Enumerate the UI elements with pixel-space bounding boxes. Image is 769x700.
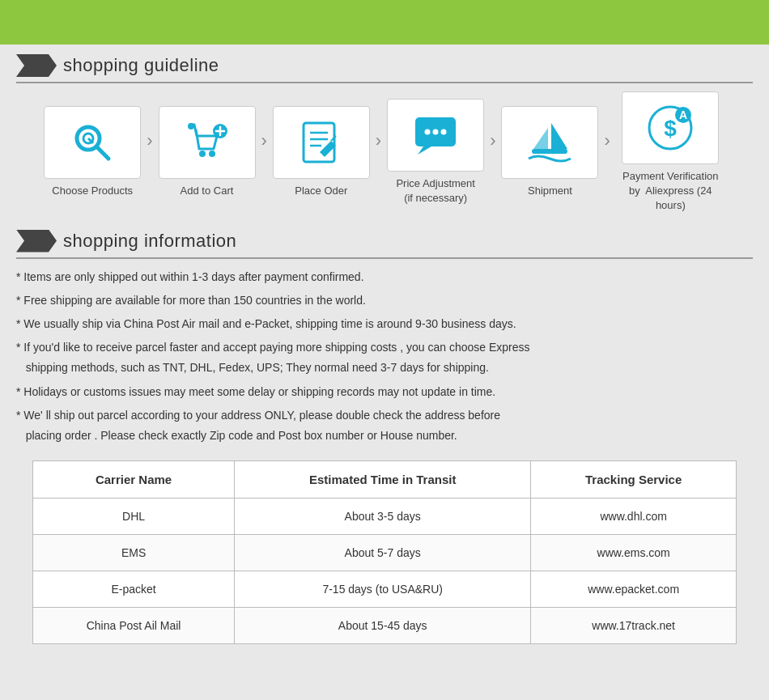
carrier-chinapost: China Post Ail Mail [33, 608, 235, 644]
shipping-table: Carrier Name Estimated Time in Transit T… [32, 460, 737, 644]
step-choose-products: Choose Products [40, 106, 145, 198]
info-line-3: * We usually ship via China Post Air mai… [16, 314, 753, 334]
transit-ems: About 5-7 days [235, 535, 531, 571]
ship-icon [525, 118, 574, 167]
step-price-adjustment: Price Adjustment(if necessary) [383, 99, 488, 206]
svg-rect-23 [532, 149, 567, 154]
step-place-order: Place Oder [269, 106, 374, 198]
info-line-5: * Holidays or customs issues may meet so… [16, 382, 753, 402]
step-icon-box-6: $ A [622, 91, 719, 164]
step-icon-box-2 [159, 106, 256, 179]
header-icon-guideline [16, 54, 57, 77]
svg-point-19 [433, 129, 439, 135]
info-line-1: * Items are only shipped out within 1-3 … [16, 267, 753, 287]
guideline-header: shopping guideline [16, 54, 753, 83]
transit-epacket: 7-15 days (to USA&RU) [235, 571, 531, 608]
arrow-2: › [261, 130, 267, 151]
step-icon-box-3 [273, 106, 370, 179]
green-banner [0, 0, 769, 45]
table-row: DHL About 3-5 days www.dhl.com [33, 498, 737, 535]
steps-container: Choose Products › Add to Cart › [16, 91, 753, 214]
guideline-title: shopping guideline [63, 55, 219, 76]
arrow-3: › [376, 130, 381, 151]
table-row: E-packet 7-15 days (to USA&RU) www.epack… [33, 571, 737, 608]
svg-text:$: $ [665, 116, 678, 141]
table-header-row: Carrier Name Estimated Time in Transit T… [33, 461, 737, 498]
step-add-to-cart: Add to Cart [155, 106, 260, 198]
col-transit: Estimated Time in Transit [235, 461, 531, 498]
step-icon-box-5 [501, 106, 598, 179]
step-icon-box-1 [44, 106, 141, 179]
tracking-ems: www.ems.com [531, 535, 737, 571]
arrow-4: › [490, 130, 495, 151]
step-label-5: Shipment [528, 184, 572, 198]
step-payment-verification: $ A Payment Verificationby Aliexpress (2… [612, 91, 729, 214]
svg-point-6 [199, 151, 206, 157]
arrow-1: › [147, 130, 152, 151]
svg-marker-21 [551, 123, 567, 149]
carrier-dhl: DHL [33, 498, 235, 535]
transit-chinapost: About 15-45 days [235, 608, 531, 644]
svg-text:A: A [679, 108, 687, 121]
info-line-6: * We' ll ship out parcel according to yo… [16, 405, 753, 446]
transit-dhl: About 3-5 days [235, 498, 531, 535]
tracking-dhl: www.dhl.com [531, 498, 737, 535]
svg-point-7 [209, 151, 215, 157]
chat-icon [411, 111, 460, 159]
carrier-ems: EMS [33, 535, 235, 571]
info-section: * Items are only shipped out within 1-3 … [16, 267, 753, 447]
cart-icon [183, 118, 232, 167]
search-icon [68, 118, 117, 167]
svg-point-20 [441, 129, 447, 135]
info-line-4: * If you'd like to receive parcel faster… [16, 337, 753, 378]
table-row: China Post Ail Mail About 15-45 days www… [33, 608, 737, 644]
information-header: shopping information [16, 230, 753, 259]
step-label-2: Add to Cart [181, 184, 234, 198]
step-shipment: Shipment [497, 106, 602, 198]
svg-point-18 [425, 129, 431, 135]
tracking-chinapost: www.17track.net [531, 608, 737, 644]
arrow-5: › [604, 130, 610, 151]
step-icon-box-4 [387, 99, 484, 172]
info-line-2: * Free shipping are available for more t… [16, 291, 753, 311]
information-title: shopping information [63, 231, 236, 252]
table-row: EMS About 5-7 days www.ems.com [33, 535, 737, 571]
tracking-epacket: www.epacket.com [531, 571, 737, 608]
col-carrier: Carrier Name [33, 461, 235, 498]
svg-marker-17 [418, 146, 431, 155]
svg-marker-22 [533, 128, 548, 149]
step-label-6: Payment Verificationby Aliexpress (24 ho… [618, 169, 723, 214]
step-label-4: Price Adjustment(if necessary) [396, 176, 475, 206]
payment-icon: $ A [646, 104, 695, 152]
carrier-epacket: E-packet [33, 571, 235, 608]
step-label-3: Place Oder [295, 184, 347, 198]
svg-line-1 [97, 147, 108, 159]
header-icon-information [16, 230, 57, 252]
order-icon [297, 118, 346, 167]
step-label-1: Choose Products [52, 184, 133, 198]
col-tracking: Tracking Service [531, 461, 737, 498]
